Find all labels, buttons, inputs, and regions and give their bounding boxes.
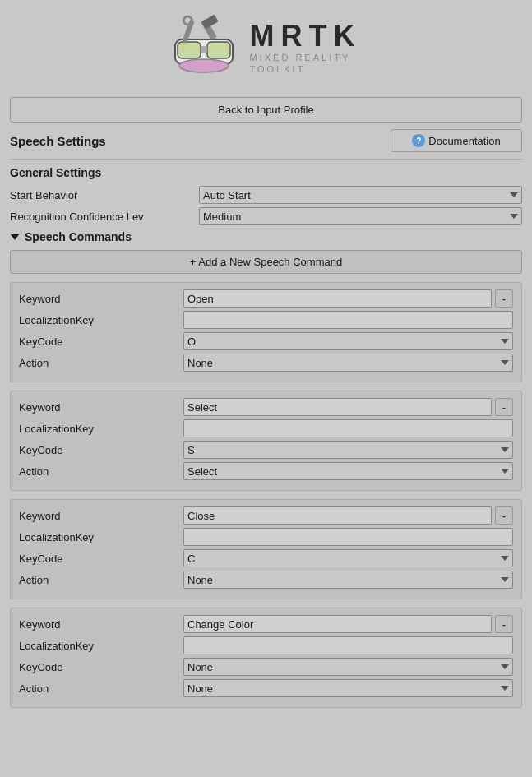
- keyword-row-3: Keyword -: [19, 615, 513, 633]
- keycode-row-0: KeyCode O None A: [19, 332, 513, 350]
- action-row-0: Action None Select Menu: [19, 354, 513, 372]
- action-row-3: Action None Select Menu: [19, 679, 513, 697]
- svg-rect-3: [201, 46, 207, 53]
- localization-key-row-1: LocalizationKey: [19, 419, 513, 437]
- svg-point-8: [179, 59, 229, 72]
- keycode-label-3: KeyCode: [19, 661, 183, 673]
- keycode-row-2: KeyCode C None A: [19, 549, 513, 567]
- localization-key-row-2: LocalizationKey: [19, 528, 513, 546]
- localization-key-input-1[interactable]: [183, 419, 513, 437]
- speech-commands-header: Speech Commands: [10, 230, 522, 243]
- svg-rect-2: [207, 42, 230, 58]
- recognition-confidence-label: Recognition Confidence Lev: [10, 210, 199, 223]
- back-button-row: Back to Input Profile: [10, 97, 522, 123]
- keycode-label-0: KeyCode: [19, 335, 183, 348]
- keycode-row-3: KeyCode None A B: [19, 658, 513, 676]
- logo-subtitle-line1: MIXED REALITY: [250, 53, 362, 62]
- action-select-2[interactable]: None Select Menu: [183, 571, 513, 589]
- logo-subtitle-line2: TOOLKIT: [250, 64, 362, 74]
- localization-key-label-3: LocalizationKey: [19, 640, 183, 652]
- command-card-2: Keyword - LocalizationKey KeyCode C None…: [10, 499, 522, 599]
- action-row-1: Action None Select Menu: [19, 462, 513, 480]
- logo-icon: [171, 15, 237, 81]
- back-to-input-profile-button[interactable]: Back to Input Profile: [10, 97, 522, 123]
- documentation-button[interactable]: ? Documentation: [391, 129, 522, 152]
- localization-key-input-0[interactable]: [183, 311, 513, 329]
- action-select-3[interactable]: None Select Menu: [183, 679, 513, 697]
- localization-key-label-2: LocalizationKey: [19, 531, 183, 543]
- localization-key-row-0: LocalizationKey: [19, 311, 513, 329]
- command-card-3: Keyword - LocalizationKey KeyCode None A…: [10, 608, 522, 708]
- add-speech-command-button[interactable]: + Add a New Speech Command: [10, 250, 522, 274]
- start-behavior-select[interactable]: Auto Start Manual Start: [199, 186, 522, 204]
- keyword-label-2: Keyword: [19, 510, 183, 522]
- doc-icon: ?: [412, 134, 425, 147]
- main-content: Back to Input Profile Speech Settings ? …: [0, 90, 532, 726]
- keyword-row-1: Keyword -: [19, 398, 513, 416]
- remove-button-0[interactable]: -: [495, 289, 513, 308]
- start-behavior-row: Start Behavior Auto Start Manual Start: [10, 186, 522, 204]
- keyword-label-0: Keyword: [19, 293, 183, 305]
- keyword-row-2: Keyword -: [19, 506, 513, 525]
- logo-title: MRTK: [250, 21, 362, 51]
- remove-button-1[interactable]: -: [495, 398, 513, 416]
- localization-key-label-0: LocalizationKey: [19, 314, 183, 326]
- keycode-select-1[interactable]: S None A: [183, 441, 513, 459]
- keycode-label-2: KeyCode: [19, 553, 183, 565]
- doc-button-label: Documentation: [428, 135, 500, 147]
- localization-key-input-3[interactable]: [183, 636, 513, 654]
- recognition-confidence-select[interactable]: Low Medium High: [199, 207, 522, 225]
- triangle-icon: [10, 234, 20, 240]
- keyword-label-1: Keyword: [19, 401, 183, 414]
- start-behavior-label: Start Behavior: [10, 189, 199, 201]
- keycode-row-1: KeyCode S None A: [19, 441, 513, 459]
- action-label-2: Action: [19, 574, 183, 586]
- header: MRTK MIXED REALITY TOOLKIT: [0, 0, 532, 90]
- keyword-label-3: Keyword: [19, 618, 183, 631]
- action-row-2: Action None Select Menu: [19, 571, 513, 589]
- keycode-select-0[interactable]: O None A: [183, 332, 513, 350]
- keycode-select-3[interactable]: None A B: [183, 658, 513, 676]
- action-label-0: Action: [19, 357, 183, 369]
- speech-commands-title: Speech Commands: [25, 230, 132, 243]
- localization-key-input-2[interactable]: [183, 528, 513, 546]
- divider-1: [10, 159, 522, 160]
- recognition-confidence-row: Recognition Confidence Lev Low Medium Hi…: [10, 207, 522, 225]
- remove-button-3[interactable]: -: [495, 615, 513, 633]
- speech-settings-title: Speech Settings: [10, 134, 106, 148]
- command-card-1: Keyword - LocalizationKey KeyCode S None…: [10, 391, 522, 491]
- remove-button-2[interactable]: -: [495, 506, 513, 525]
- keyword-input-3[interactable]: [183, 615, 492, 633]
- localization-key-row-3: LocalizationKey: [19, 636, 513, 654]
- command-card-0: Keyword - LocalizationKey KeyCode O None…: [10, 282, 522, 382]
- title-row: Speech Settings ? Documentation: [10, 129, 522, 152]
- logo-text: MRTK MIXED REALITY TOOLKIT: [250, 21, 362, 74]
- action-label-3: Action: [19, 682, 183, 695]
- action-label-1: Action: [19, 465, 183, 478]
- keyword-input-1[interactable]: [183, 398, 492, 416]
- svg-point-7: [182, 16, 192, 26]
- localization-key-label-1: LocalizationKey: [19, 423, 183, 435]
- keyword-input-2[interactable]: [183, 506, 492, 525]
- keycode-select-2[interactable]: C None A: [183, 549, 513, 567]
- keycode-label-1: KeyCode: [19, 444, 183, 456]
- keyword-input-0[interactable]: [183, 289, 492, 308]
- action-select-0[interactable]: None Select Menu: [183, 354, 513, 372]
- action-select-1[interactable]: None Select Menu: [183, 462, 513, 480]
- general-settings-title: General Settings: [10, 166, 522, 179]
- keyword-row-0: Keyword -: [19, 289, 513, 308]
- svg-rect-1: [178, 42, 201, 58]
